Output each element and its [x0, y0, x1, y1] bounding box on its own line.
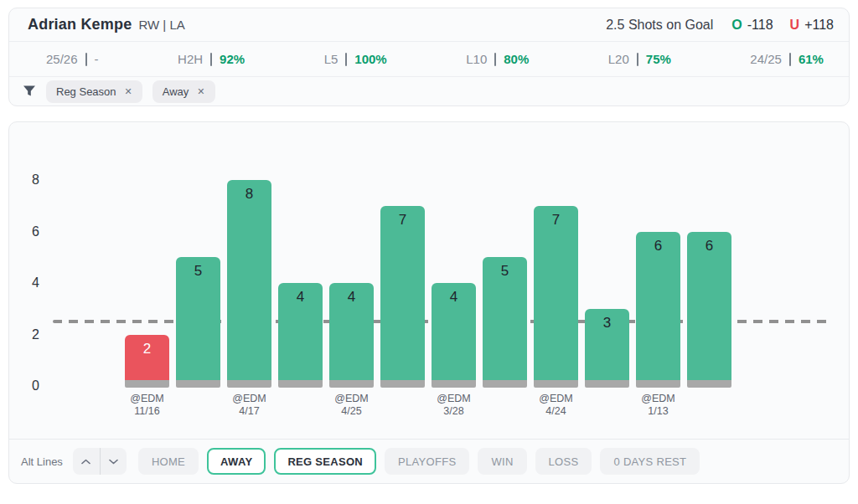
bar-base-strip: [636, 380, 680, 388]
filter-chip-away[interactable]: Away✕: [152, 80, 215, 103]
stat-item: L2075%: [608, 52, 671, 66]
stat-label: L5: [324, 52, 339, 66]
bar-value-label: 6: [636, 238, 680, 255]
bar-value-label: 3: [585, 315, 629, 332]
bar-value-label: 4: [329, 289, 374, 306]
game-bar[interactable]: 5: [176, 257, 220, 386]
over-odds-value: -118: [747, 18, 773, 33]
bar-value-label: 2: [125, 341, 169, 357]
x-axis-opponent: @EDM: [130, 393, 163, 405]
bar-value-label: 6: [687, 238, 731, 255]
hit-rate-stats-row: 25/26-H2H92%L5100%L1080%L2075%24/2561%: [9, 42, 849, 77]
stat-label: L10: [466, 52, 487, 66]
bar-base-strip: [585, 380, 629, 388]
stat-divider: [637, 53, 638, 66]
bar-base-strip: [432, 380, 476, 388]
bar-value-label: 4: [278, 289, 323, 306]
bars-container: 258447457366: [125, 180, 731, 386]
alt-lines-stepper: [73, 448, 127, 475]
x-axis-label: @EDM4/24: [539, 393, 572, 418]
x-axis-label: @EDM4/17: [232, 393, 266, 418]
stat-label: 24/25: [750, 52, 782, 66]
over-odds-button[interactable]: O -118: [731, 18, 773, 33]
player-position-team: RW | LA: [138, 18, 184, 32]
filter-button-home[interactable]: HOME: [138, 448, 199, 475]
active-filters-row: Reg Season✕Away✕: [9, 77, 849, 105]
stat-divider: [210, 53, 212, 66]
bar-base-strip: [227, 380, 271, 388]
game-bar[interactable]: 4: [329, 283, 374, 386]
filter-button-0-days-rest[interactable]: 0 DAYS REST: [600, 448, 700, 475]
alt-line-down-button[interactable]: [100, 448, 127, 475]
stat-value: 61%: [799, 52, 824, 66]
game-bar[interactable]: 8: [227, 180, 271, 386]
stat-label: L20: [608, 52, 629, 66]
stat-item: H2H92%: [178, 52, 245, 66]
x-axis-date: 4/25: [334, 405, 368, 418]
filter-button-reg-season[interactable]: REG SEASON: [274, 448, 376, 475]
stat-divider: [345, 53, 347, 66]
shots-on-goal-chart-card: 258447457366 02468 @EDM11/16@EDM4/17@EDM…: [8, 121, 850, 484]
x-axis-date: 3/28: [437, 405, 470, 418]
filter-chip-label: Away: [163, 85, 189, 98]
filter-chip-reg-season[interactable]: Reg Season✕: [46, 80, 142, 103]
x-axis-opponent: @EDM: [334, 393, 368, 405]
filter-button-away[interactable]: AWAY: [207, 448, 266, 475]
stat-value: -: [95, 52, 99, 66]
alt-lines-label: Alt Lines: [21, 455, 63, 468]
y-axis-tick: 6: [23, 224, 39, 240]
stat-value: 80%: [504, 52, 529, 66]
x-axis-opponent: @EDM: [641, 393, 675, 405]
game-bar[interactable]: 6: [636, 232, 680, 387]
under-icon: U: [790, 18, 800, 33]
bar-base-strip: [125, 380, 169, 388]
game-bar[interactable]: 7: [534, 206, 578, 386]
bar-base-strip: [687, 380, 731, 388]
filter-button-win[interactable]: WIN: [478, 448, 526, 475]
x-axis-date: 4/17: [232, 405, 266, 418]
bar-base-strip: [176, 380, 220, 388]
x-axis-label: @EDM1/13: [641, 393, 675, 418]
stat-value: 92%: [220, 52, 245, 66]
game-bar[interactable]: 4: [432, 283, 476, 386]
x-axis-date: 11/16: [130, 405, 163, 418]
filter-chip-label: Reg Season: [56, 85, 116, 98]
bar-value-label: 5: [176, 263, 220, 280]
x-axis-date: 1/13: [641, 405, 675, 418]
game-bar[interactable]: 3: [585, 309, 629, 386]
stat-divider: [494, 53, 496, 66]
close-icon[interactable]: ✕: [125, 87, 132, 96]
x-axis-labels: @EDM11/16@EDM4/17@EDM4/25@EDM3/28@EDM4/2…: [9, 391, 849, 428]
bar-base-strip: [329, 380, 374, 388]
chevron-up-icon: [81, 459, 90, 465]
x-axis-date: 4/24: [539, 405, 572, 418]
close-icon[interactable]: ✕: [197, 87, 204, 96]
x-axis-label: @EDM3/28: [437, 393, 470, 418]
bar-value-label: 4: [432, 289, 476, 306]
game-bar[interactable]: 2: [125, 335, 169, 387]
game-bar[interactable]: 5: [483, 257, 527, 386]
stat-label: 25/26: [46, 52, 78, 66]
alt-line-up-button[interactable]: [73, 448, 100, 475]
y-axis-tick: 2: [23, 327, 39, 343]
filter-button-loss[interactable]: LOSS: [535, 448, 592, 475]
under-odds-value: +118: [804, 18, 834, 33]
bar-value-label: 8: [227, 186, 271, 203]
bar-base-strip: [380, 380, 425, 388]
stat-item: L1080%: [466, 52, 529, 66]
player-header: Adrian Kempe RW | LA 2.5 Shots on Goal O…: [9, 8, 849, 42]
bar-value-label: 5: [483, 263, 527, 280]
game-bar[interactable]: 7: [380, 206, 425, 386]
player-prop-card: Adrian Kempe RW | LA 2.5 Shots on Goal O…: [8, 8, 850, 106]
filter-funnel-icon: [23, 85, 36, 98]
bar-value-label: 7: [380, 212, 425, 229]
y-axis-tick: 4: [23, 275, 39, 291]
game-bar[interactable]: 4: [278, 283, 323, 386]
x-axis-opponent: @EDM: [539, 393, 572, 405]
x-axis-opponent: @EDM: [437, 393, 470, 405]
filter-button-playoffs[interactable]: PLAYOFFS: [385, 448, 469, 475]
game-bar[interactable]: 6: [687, 232, 731, 387]
stat-divider: [85, 53, 87, 66]
under-odds-button[interactable]: U +118: [790, 18, 834, 33]
player-name: Adrian Kempe: [28, 16, 132, 33]
